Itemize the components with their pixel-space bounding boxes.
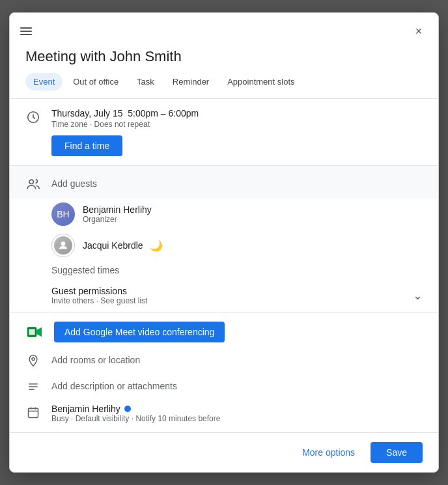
add-meet-button[interactable]: Add Google Meet video conferencing xyxy=(54,322,225,342)
location-icon xyxy=(25,353,41,368)
svg-point-2 xyxy=(61,242,66,246)
find-time-button[interactable]: Find a time xyxy=(51,135,122,156)
calendar-color-dot xyxy=(124,406,131,412)
permissions-title: Guest permissions xyxy=(51,286,147,296)
svg-rect-12 xyxy=(29,408,38,417)
svg-point-8 xyxy=(32,357,35,360)
guests-header: Add guests xyxy=(10,166,438,199)
datetime-section: Thursday, July 15 5:00pm – 6:00pm Time z… xyxy=(10,99,438,166)
tab-event[interactable]: Event xyxy=(25,73,63,90)
title-bar: × xyxy=(10,13,438,43)
description-icon xyxy=(25,379,41,395)
tab-task[interactable]: Task xyxy=(129,73,162,90)
calendar-row: Benjamin Herlihy Busy · Default visibili… xyxy=(25,404,423,423)
guests-section: Add guests BH Benjamin Herlihy Organizer… xyxy=(10,166,438,312)
suggested-times[interactable]: Suggested times xyxy=(10,261,438,279)
guests-icon xyxy=(25,176,41,192)
organizer-info: Benjamin Herlihy Organizer xyxy=(83,204,152,224)
tab-appointment-slots[interactable]: Appointment slots xyxy=(219,73,302,90)
tab-out-of-office[interactable]: Out of office xyxy=(65,73,126,90)
meet-row: Add Google Meet video conferencing xyxy=(25,322,423,342)
dialog-title: Meeting with John Smith xyxy=(10,43,438,73)
calendar-status: Busy · Default visibility · Notify 10 mi… xyxy=(51,414,220,423)
svg-rect-7 xyxy=(29,329,35,335)
location-row: Add rooms or location xyxy=(25,352,423,368)
google-meet-icon xyxy=(25,323,44,341)
datetime-sub: Time zone · Does not repeat xyxy=(51,120,199,129)
close-button[interactable]: × xyxy=(410,22,428,40)
guest-row: Jacqui Kebrdle 🌙 xyxy=(10,230,438,261)
organizer-role: Organizer xyxy=(83,215,152,224)
calendar-info: Benjamin Herlihy Busy · Default visibili… xyxy=(51,404,220,423)
guest-organizer-row: BH Benjamin Herlihy Organizer xyxy=(10,199,438,230)
guest-avatar xyxy=(51,234,75,257)
clock-icon xyxy=(25,109,41,125)
organizer-name: Benjamin Herlihy xyxy=(83,204,152,215)
guest-name: Jacqui Kebrdle xyxy=(83,240,143,251)
datetime-info: Thursday, July 15 5:00pm – 6:00pm Time z… xyxy=(51,108,199,156)
description-row: Add description or attachments xyxy=(25,378,423,395)
permissions-subtitle: Invite others · See guest list xyxy=(51,296,147,305)
guests-header-label[interactable]: Add guests xyxy=(51,178,97,189)
tabs-row: Event Out of office Task Reminder Appoin… xyxy=(10,73,438,99)
more-options-button[interactable]: More options xyxy=(294,442,363,463)
guest-permissions-text: Guest permissions Invite others · See gu… xyxy=(51,286,147,305)
guest-permissions-row: Guest permissions Invite others · See gu… xyxy=(10,279,438,312)
location-label[interactable]: Add rooms or location xyxy=(51,355,140,365)
extras-section: Add Google Meet video conferencing Add r… xyxy=(10,312,438,433)
svg-marker-5 xyxy=(36,327,42,337)
organizer-avatar: BH xyxy=(51,202,75,226)
moon-icon: 🌙 xyxy=(150,240,163,252)
title-bar-left xyxy=(20,27,32,35)
svg-point-1 xyxy=(29,180,33,184)
event-dialog: × Meeting with John Smith Event Out of o… xyxy=(9,12,439,473)
footer: More options Save xyxy=(10,433,438,472)
datetime-main: Thursday, July 15 5:00pm – 6:00pm xyxy=(51,108,199,118)
description-label[interactable]: Add description or attachments xyxy=(51,381,177,391)
chevron-down-icon[interactable]: ⌄ xyxy=(413,288,423,303)
datetime-row: Thursday, July 15 5:00pm – 6:00pm Time z… xyxy=(25,108,423,156)
tab-reminder[interactable]: Reminder xyxy=(165,73,217,90)
guest-info: Jacqui Kebrdle 🌙 xyxy=(83,240,163,252)
save-button[interactable]: Save xyxy=(371,442,423,463)
calendar-name: Benjamin Herlihy xyxy=(51,404,220,414)
hamburger-icon[interactable] xyxy=(20,27,32,35)
calendar-icon xyxy=(25,405,41,421)
